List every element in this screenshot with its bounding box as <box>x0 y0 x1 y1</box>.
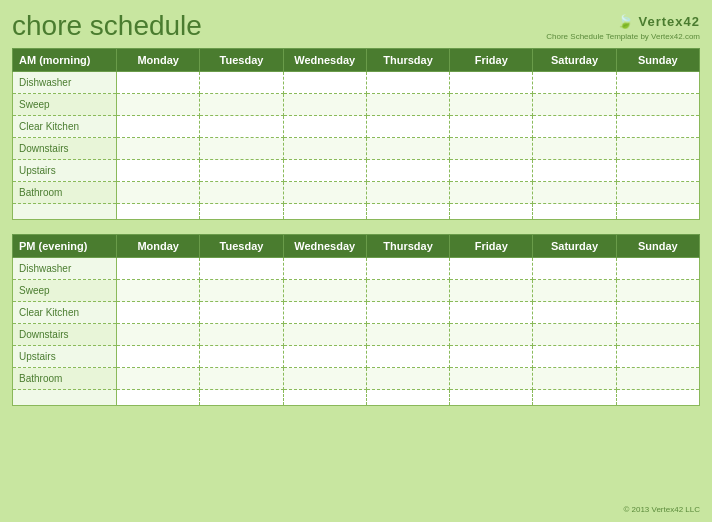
day-cell[interactable] <box>616 368 699 390</box>
day-cell[interactable] <box>283 324 366 346</box>
day-cell[interactable] <box>533 160 616 182</box>
day-cell[interactable] <box>117 302 200 324</box>
day-cell[interactable] <box>533 204 616 220</box>
day-cell[interactable] <box>450 72 533 94</box>
day-cell[interactable] <box>533 138 616 160</box>
day-cell[interactable] <box>616 346 699 368</box>
day-cell[interactable] <box>117 280 200 302</box>
day-cell[interactable] <box>616 160 699 182</box>
day-cell[interactable] <box>283 116 366 138</box>
day-cell[interactable] <box>366 160 449 182</box>
day-cell[interactable] <box>283 258 366 280</box>
day-cell[interactable] <box>450 368 533 390</box>
day-cell[interactable] <box>533 346 616 368</box>
day-cell[interactable] <box>283 182 366 204</box>
day-cell[interactable] <box>450 346 533 368</box>
day-cell[interactable] <box>450 258 533 280</box>
day-cell[interactable] <box>450 138 533 160</box>
day-cell[interactable] <box>117 368 200 390</box>
day-cell[interactable] <box>200 302 283 324</box>
day-cell[interactable] <box>283 302 366 324</box>
day-cell[interactable] <box>616 324 699 346</box>
day-cell[interactable] <box>366 302 449 324</box>
day-cell[interactable] <box>283 368 366 390</box>
table-row: Downstairs <box>13 324 700 346</box>
day-cell[interactable] <box>366 346 449 368</box>
day-cell[interactable] <box>616 138 699 160</box>
day-cell[interactable] <box>200 160 283 182</box>
day-cell[interactable] <box>533 302 616 324</box>
day-cell[interactable] <box>533 72 616 94</box>
day-cell[interactable] <box>450 182 533 204</box>
day-cell[interactable] <box>533 324 616 346</box>
day-cell[interactable] <box>200 324 283 346</box>
day-cell[interactable] <box>533 116 616 138</box>
day-cell[interactable] <box>200 138 283 160</box>
day-cell[interactable] <box>450 116 533 138</box>
day-cell[interactable] <box>450 94 533 116</box>
day-cell[interactable] <box>200 258 283 280</box>
day-cell[interactable] <box>450 324 533 346</box>
day-cell[interactable] <box>616 116 699 138</box>
day-cell[interactable] <box>117 116 200 138</box>
day-cell[interactable] <box>533 368 616 390</box>
day-cell[interactable] <box>616 94 699 116</box>
day-cell[interactable] <box>533 280 616 302</box>
day-cell[interactable] <box>450 390 533 406</box>
day-cell[interactable] <box>283 204 366 220</box>
day-cell[interactable] <box>200 72 283 94</box>
day-cell[interactable] <box>366 138 449 160</box>
day-cell[interactable] <box>283 390 366 406</box>
day-cell[interactable] <box>117 94 200 116</box>
day-cell[interactable] <box>450 280 533 302</box>
day-cell[interactable] <box>200 346 283 368</box>
day-cell[interactable] <box>117 138 200 160</box>
day-cell[interactable] <box>200 94 283 116</box>
day-cell[interactable] <box>283 138 366 160</box>
day-cell[interactable] <box>366 94 449 116</box>
day-cell[interactable] <box>117 390 200 406</box>
day-cell[interactable] <box>616 302 699 324</box>
day-cell[interactable] <box>533 258 616 280</box>
day-cell[interactable] <box>366 116 449 138</box>
day-cell[interactable] <box>117 324 200 346</box>
day-cell[interactable] <box>616 72 699 94</box>
chore-label: Upstairs <box>13 160 117 182</box>
day-cell[interactable] <box>283 94 366 116</box>
day-cell[interactable] <box>533 182 616 204</box>
day-cell[interactable] <box>533 94 616 116</box>
day-cell[interactable] <box>117 182 200 204</box>
day-cell[interactable] <box>450 160 533 182</box>
day-cell[interactable] <box>117 160 200 182</box>
day-cell[interactable] <box>283 280 366 302</box>
day-cell[interactable] <box>533 390 616 406</box>
day-cell[interactable] <box>616 182 699 204</box>
day-cell[interactable] <box>366 72 449 94</box>
day-cell[interactable] <box>366 280 449 302</box>
day-cell[interactable] <box>200 182 283 204</box>
day-cell[interactable] <box>366 390 449 406</box>
day-cell[interactable] <box>450 302 533 324</box>
day-cell[interactable] <box>283 160 366 182</box>
day-cell[interactable] <box>200 368 283 390</box>
day-cell[interactable] <box>117 258 200 280</box>
day-cell[interactable] <box>366 324 449 346</box>
day-cell[interactable] <box>616 204 699 220</box>
day-cell[interactable] <box>283 346 366 368</box>
day-cell[interactable] <box>366 258 449 280</box>
day-cell[interactable] <box>616 258 699 280</box>
day-cell[interactable] <box>117 346 200 368</box>
day-cell[interactable] <box>450 204 533 220</box>
day-cell[interactable] <box>366 204 449 220</box>
day-cell[interactable] <box>117 72 200 94</box>
day-cell[interactable] <box>200 116 283 138</box>
day-cell[interactable] <box>616 390 699 406</box>
day-cell[interactable] <box>366 182 449 204</box>
day-cell[interactable] <box>200 390 283 406</box>
day-cell[interactable] <box>366 368 449 390</box>
day-cell[interactable] <box>616 280 699 302</box>
day-cell[interactable] <box>200 204 283 220</box>
day-cell[interactable] <box>117 204 200 220</box>
day-cell[interactable] <box>283 72 366 94</box>
day-cell[interactable] <box>200 280 283 302</box>
